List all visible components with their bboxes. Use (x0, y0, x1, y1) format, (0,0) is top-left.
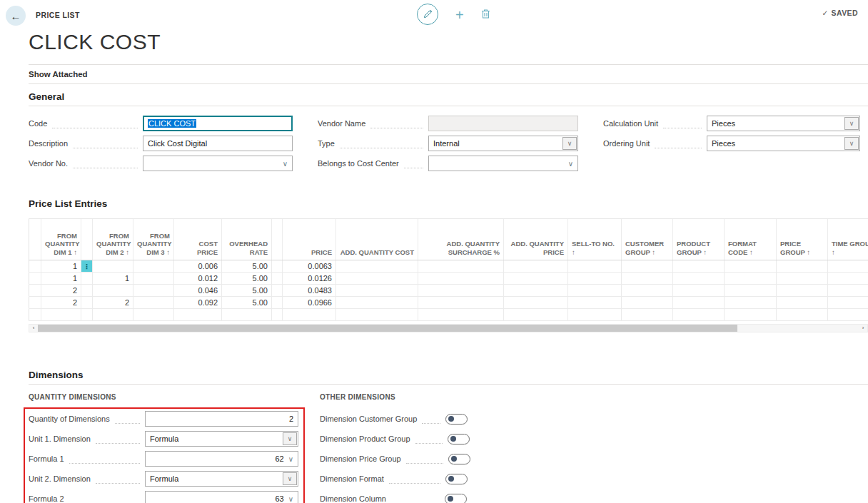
dimension-column-toggle[interactable] (445, 494, 467, 503)
table-cell[interactable] (222, 309, 272, 321)
code-input[interactable]: CLICK COST (143, 116, 293, 131)
unit-2-dimension-select[interactable]: Formula ∨ (145, 471, 298, 487)
table-cell[interactable] (418, 309, 504, 321)
table-cell[interactable] (777, 309, 828, 321)
table-cell[interactable] (81, 285, 93, 297)
chevron-down-icon[interactable]: ∨ (844, 117, 859, 130)
add-button[interactable]: + (455, 8, 464, 22)
table-cell[interactable] (568, 285, 622, 297)
table-cell[interactable]: 5.00 (222, 285, 272, 297)
table-cell[interactable]: 0.092 (174, 297, 222, 309)
table-cell[interactable] (673, 273, 725, 285)
dimension-product-group-toggle[interactable] (448, 434, 470, 444)
column-header[interactable]: CUSTOMER GROUP ↑ (622, 219, 673, 260)
chevron-down-icon[interactable]: ∨ (562, 137, 577, 150)
table-cell[interactable] (29, 273, 41, 285)
table-cell[interactable] (93, 285, 133, 297)
table-cell[interactable] (81, 273, 93, 285)
table-cell[interactable]: 0.0126 (283, 273, 336, 285)
table-cell[interactable] (272, 285, 283, 297)
unit-1-dimension-select[interactable]: Formula ∨ (145, 431, 298, 447)
table-cell[interactable] (272, 273, 283, 285)
table-cell[interactable] (418, 285, 504, 297)
formula-1-select[interactable]: 62 ∨ (145, 451, 298, 467)
table-cell[interactable] (133, 285, 174, 297)
table-cell[interactable] (504, 297, 568, 309)
delete-button[interactable] (481, 9, 490, 22)
column-header[interactable]: FROM QUANTITY DIM 1 ↑ (41, 219, 81, 260)
horizontal-scrollbar[interactable]: ‹ › (29, 324, 868, 332)
table-cell[interactable] (725, 273, 777, 285)
table-cell[interactable] (725, 309, 777, 321)
table-cell[interactable]: 5.00 (222, 297, 272, 309)
table-cell[interactable]: 2 (41, 285, 81, 297)
column-header[interactable]: FROM QUANTITY DIM 3 ↑ (133, 219, 174, 260)
table-cell[interactable] (133, 260, 174, 273)
table-cell[interactable] (568, 260, 622, 273)
column-header[interactable]: OVERHEAD RATE (222, 219, 272, 260)
table-cell[interactable]: 0.0966 (283, 297, 336, 309)
quantity-of-dimensions-input[interactable]: 2 (145, 411, 298, 427)
general-section-heading[interactable]: General (29, 91, 868, 106)
table-cell[interactable] (568, 309, 622, 321)
table-cell[interactable] (418, 297, 504, 309)
type-select[interactable]: Internal ∨ (428, 136, 578, 151)
dimension-price-group-toggle[interactable] (448, 454, 470, 464)
table-cell[interactable] (272, 297, 283, 309)
description-input[interactable]: Click Cost Digital (143, 136, 293, 151)
table-cell[interactable] (174, 309, 222, 321)
belongs-to-cost-center-select[interactable]: ∨ (428, 156, 578, 171)
chevron-down-icon[interactable]: ∨ (283, 472, 297, 485)
dimensions-section-heading[interactable]: Dimensions (29, 370, 868, 385)
table-cell[interactable]: 0.006 (174, 260, 222, 273)
table-cell[interactable] (828, 297, 868, 309)
column-header[interactable]: ADD. QUANTITY SURCHARGE % (418, 219, 504, 260)
table-cell[interactable] (283, 309, 336, 321)
chevron-down-icon[interactable]: ∨ (844, 137, 859, 150)
table-cell[interactable] (777, 260, 828, 273)
table-cell[interactable]: 2 (41, 297, 81, 309)
table-cell[interactable]: 0.0483 (283, 285, 336, 297)
scrollbar-thumb[interactable] (38, 325, 737, 332)
column-header[interactable]: COST PRICE (174, 219, 222, 260)
table-cell[interactable]: 5.00 (222, 273, 272, 285)
dimension-customer-group-toggle[interactable] (445, 414, 468, 425)
vendor-no-select[interactable]: ∨ (143, 156, 293, 171)
table-cell[interactable] (93, 260, 133, 273)
ordering-unit-select[interactable]: Pieces ∨ (707, 136, 860, 151)
calculation-unit-select[interactable]: Pieces ∨ (707, 116, 860, 131)
table-cell[interactable] (673, 260, 725, 273)
table-cell[interactable] (504, 273, 568, 285)
table-cell[interactable]: 0.012 (174, 273, 222, 285)
table-cell[interactable] (777, 297, 828, 309)
table-cell[interactable] (418, 273, 504, 285)
table-cell[interactable] (568, 273, 622, 285)
column-header[interactable]: PRICE (283, 219, 336, 260)
table-cell[interactable] (93, 309, 133, 321)
table-cell[interactable] (272, 309, 283, 321)
table-cell[interactable] (272, 260, 283, 273)
table-cell[interactable] (777, 285, 828, 297)
column-header[interactable]: PRODUCT GROUP ↑ (673, 219, 725, 260)
price-list-entries-heading[interactable]: Price List Entries (29, 198, 868, 213)
table-cell[interactable] (725, 297, 777, 309)
table-cell[interactable] (777, 273, 828, 285)
table-cell[interactable] (504, 285, 568, 297)
edit-button[interactable] (417, 4, 438, 25)
table-cell[interactable] (725, 285, 777, 297)
back-button[interactable]: ← (6, 6, 26, 26)
table-cell[interactable] (673, 285, 725, 297)
table-cell[interactable] (418, 260, 504, 273)
table-cell[interactable] (504, 309, 568, 321)
table-cell[interactable] (568, 297, 622, 309)
table-cell[interactable] (336, 273, 418, 285)
table-cell[interactable] (622, 297, 673, 309)
table-cell[interactable]: 0.046 (174, 285, 222, 297)
table-cell[interactable] (336, 309, 418, 321)
table-cell[interactable] (29, 297, 41, 309)
chevron-down-icon[interactable]: ∨ (283, 432, 297, 445)
table-cell[interactable] (725, 260, 777, 273)
table-cell[interactable] (29, 285, 41, 297)
row-menu-button[interactable]: ⋮ (81, 260, 93, 273)
column-header[interactable]: FORMAT CODE ↑ (725, 219, 777, 260)
